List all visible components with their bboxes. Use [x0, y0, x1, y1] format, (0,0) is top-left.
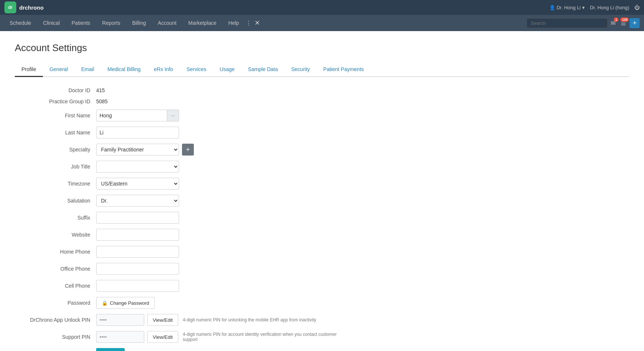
- topbar: dr drchrono 👤 Dr. Hong Li ▾ Dr. Hong Li …: [0, 0, 644, 15]
- suffix-label: Suffix: [15, 215, 96, 221]
- suffix-row: Suffix: [15, 212, 348, 224]
- practice-group-id-value: 5085: [96, 98, 108, 104]
- app-unlock-pin-row: DrChrono App Unlock PIN View/Edit 4-digi…: [15, 314, 348, 326]
- nav-more-icon[interactable]: ⋮: [246, 20, 252, 27]
- nav-item-billing[interactable]: Billing: [127, 18, 151, 28]
- change-password-button[interactable]: 🔒 Change Password: [96, 297, 155, 309]
- specialty-select[interactable]: Family Practitioner Internal Medicine Pe…: [96, 144, 179, 156]
- office-phone-label: Office Phone: [15, 266, 96, 272]
- salutation-label: Salutation: [15, 198, 96, 204]
- suffix-input[interactable]: [96, 212, 179, 224]
- specialty-wrap: Family Practitioner Internal Medicine Pe…: [96, 144, 194, 156]
- profile-form: Doctor ID 415 Practice Group ID 5085 Fir…: [15, 87, 348, 351]
- mail-badge: 1: [614, 17, 618, 22]
- job-title-select[interactable]: Physician Nurse Medical Assistant: [96, 161, 179, 173]
- nav-item-schedule[interactable]: Schedule: [4, 18, 36, 28]
- support-pin-label: Support PIN: [15, 334, 96, 340]
- last-name-input[interactable]: [96, 127, 179, 138]
- app-unlock-pin-wrap: View/Edit 4-digit numeric PIN for unlock…: [96, 314, 316, 326]
- salutation-select[interactable]: Dr. Mr. Ms. Mrs.: [96, 195, 179, 207]
- search-input[interactable]: [526, 18, 608, 28]
- page-content: Account Settings Profile General Email M…: [0, 31, 644, 351]
- first-name-wrap: ···: [96, 110, 179, 121]
- tab-erx-info[interactable]: eRx Info: [147, 63, 180, 77]
- cell-phone-row: Cell Phone: [15, 280, 348, 292]
- practice-group-id-row: Practice Group ID 5085: [15, 98, 348, 104]
- nav-item-marketplace[interactable]: Marketplace: [183, 18, 222, 28]
- salutation-row: Salutation Dr. Mr. Ms. Mrs.: [15, 195, 348, 207]
- topbar-left: dr drchrono: [4, 1, 44, 13]
- office-phone-row: Office Phone: [15, 263, 348, 275]
- website-row: Website: [15, 229, 348, 241]
- first-name-row: First Name ···: [15, 110, 348, 121]
- support-pin-input[interactable]: [96, 331, 144, 343]
- tab-medical-billing[interactable]: Medical Billing: [101, 63, 147, 77]
- app-unlock-pin-hint: 4-digit numeric PIN for unlocking the mo…: [183, 317, 316, 322]
- home-phone-label: Home Phone: [15, 249, 96, 255]
- tab-usage[interactable]: Usage: [213, 63, 241, 77]
- doctor-id-row: Doctor ID 415: [15, 87, 348, 93]
- tab-sample-data[interactable]: Sample Data: [241, 63, 284, 77]
- support-pin-row: Support PIN View/Edit 4-digit numeric PI…: [15, 331, 348, 343]
- user-dropdown[interactable]: 👤 Dr. Hong Li ▾: [549, 5, 585, 10]
- user-label: Dr. Hong Li (hong): [590, 5, 629, 10]
- password-label: Password: [15, 300, 96, 306]
- specialty-add-button[interactable]: +: [182, 144, 194, 156]
- nav-close-icon[interactable]: ✕: [254, 19, 260, 27]
- timezone-row: Timezone US/Eastern US/Central US/Mounta…: [15, 178, 348, 190]
- practice-group-id-label: Practice Group ID: [15, 98, 96, 104]
- nav-item-account[interactable]: Account: [153, 18, 182, 28]
- app-unlock-pin-label: DrChrono App Unlock PIN: [15, 317, 96, 323]
- first-name-label: First Name: [15, 113, 96, 118]
- lock-icon: 🔒: [102, 300, 108, 306]
- timezone-select[interactable]: US/Eastern US/Central US/Mountain US/Pac…: [96, 178, 179, 190]
- current-plan-button[interactable]: Custom: [96, 348, 125, 351]
- nav-item-patients[interactable]: Patients: [67, 18, 96, 28]
- specialty-label: Specialty: [15, 147, 96, 153]
- website-label: Website: [15, 232, 96, 238]
- timezone-label: Timezone: [15, 181, 96, 187]
- website-input[interactable]: [96, 229, 179, 241]
- home-phone-input[interactable]: [96, 246, 179, 258]
- nav-item-reports[interactable]: Reports: [97, 18, 125, 28]
- doctor-id-value: 415: [96, 87, 105, 93]
- page-title: Account Settings: [15, 42, 629, 54]
- job-title-label: Job Title: [15, 164, 96, 170]
- menu-icon-button[interactable]: ☰ 129: [619, 18, 627, 28]
- job-title-row: Job Title Physician Nurse Medical Assist…: [15, 161, 348, 173]
- nav-item-clinical[interactable]: Clinical: [38, 18, 65, 28]
- first-name-input[interactable]: [96, 110, 167, 121]
- tab-security[interactable]: Security: [284, 63, 317, 77]
- tab-services[interactable]: Services: [180, 63, 213, 77]
- tab-general[interactable]: General: [43, 63, 75, 77]
- mail-icon-button[interactable]: ✉ 1: [609, 18, 617, 28]
- home-phone-row: Home Phone: [15, 246, 348, 258]
- tab-profile[interactable]: Profile: [15, 63, 43, 77]
- password-row: Password 🔒 Change Password: [15, 297, 348, 309]
- tab-patient-payments[interactable]: Patient Payments: [317, 63, 371, 77]
- add-icon-button[interactable]: +: [630, 18, 640, 28]
- current-plan-row: Current Plan Custom: [15, 348, 348, 351]
- support-pin-view-edit-button[interactable]: View/Edit: [147, 331, 178, 343]
- cell-phone-input[interactable]: [96, 280, 179, 292]
- first-name-options-button[interactable]: ···: [167, 110, 179, 121]
- office-phone-input[interactable]: [96, 263, 179, 275]
- app-unlock-pin-view-edit-button[interactable]: View/Edit: [147, 314, 178, 326]
- support-pin-wrap: View/Edit 4-digit numeric PIN for accoun…: [96, 331, 348, 343]
- navbar: Schedule Clinical Patients Reports Billi…: [0, 15, 644, 31]
- specialty-row: Specialty Family Practitioner Internal M…: [15, 144, 348, 156]
- logo-icon: dr: [4, 1, 16, 13]
- topbar-right: 👤 Dr. Hong Li ▾ Dr. Hong Li (hong) ⏻: [549, 4, 640, 10]
- cell-phone-label: Cell Phone: [15, 283, 96, 289]
- tabs: Profile General Email Medical Billing eR…: [15, 63, 629, 77]
- app-name: drchrono: [19, 4, 44, 11]
- app-unlock-pin-input[interactable]: [96, 314, 144, 326]
- tab-email[interactable]: Email: [75, 63, 101, 77]
- last-name-label: Last Name: [15, 130, 96, 136]
- last-name-row: Last Name: [15, 127, 348, 138]
- nav-item-help[interactable]: Help: [223, 18, 244, 28]
- support-pin-hint: 4-digit numeric PIN for account identity…: [183, 332, 348, 342]
- doctor-id-label: Doctor ID: [15, 87, 96, 93]
- nav-icons: ✉ 1 ☰ 129 +: [609, 18, 640, 28]
- power-icon[interactable]: ⏻: [634, 4, 640, 10]
